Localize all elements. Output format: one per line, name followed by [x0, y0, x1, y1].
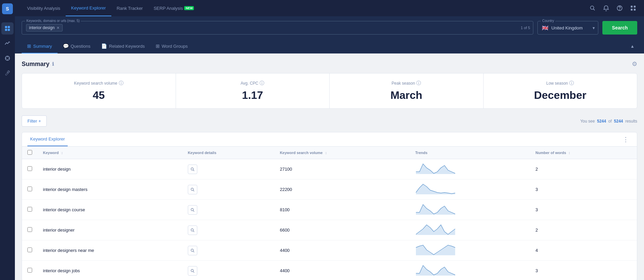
keyword-details-button[interactable] [188, 185, 197, 194]
search-volume-value: 4400 [280, 268, 290, 273]
country-label: Country [541, 19, 555, 23]
svg-point-12 [620, 9, 620, 10]
svg-point-9 [591, 6, 594, 9]
svg-rect-15 [631, 9, 632, 10]
trend-sparkline [415, 264, 456, 276]
topnav-visibility-analysis[interactable]: Visibility Analysis [22, 0, 66, 16]
summary-tab-icon: ⊞ [27, 43, 31, 49]
keyword-details-button[interactable] [188, 266, 197, 276]
tab-questions[interactable]: 💬 Questions [58, 39, 96, 53]
row-checkbox[interactable] [27, 268, 32, 273]
tab-summary[interactable]: ⊞ Summary [22, 39, 58, 53]
cpc-info-icon[interactable]: ⓘ [260, 80, 264, 86]
stat-peak-season: Peak season ⓘ March [330, 73, 484, 108]
keyword-table: Keyword ↕ Keyword details Keyword search… [22, 147, 637, 280]
peak-info-icon[interactable]: ⓘ [416, 80, 421, 86]
trend-sparkline [415, 244, 456, 256]
volume-sort-icon: ↕ [325, 151, 327, 155]
summary-info-icon[interactable]: ℹ [52, 61, 54, 67]
row-checkbox[interactable] [27, 187, 32, 191]
keyword-explorer-tab[interactable]: Keyword Explorer [27, 132, 68, 146]
word-count-value: 3 [535, 207, 538, 212]
bell-icon[interactable] [602, 4, 610, 12]
keyword-details-button[interactable] [188, 246, 197, 255]
questions-tab-icon: 💬 [63, 43, 69, 49]
tab-related-keywords[interactable]: 📄 Related Keywords [96, 39, 150, 53]
svg-rect-2 [5, 29, 7, 31]
keyword-input-box[interactable]: interior design × 1 of 5 [22, 21, 533, 35]
tab-word-groups[interactable]: ⊞ Word Groups [150, 39, 193, 53]
settings-icon[interactable]: ⚙ [632, 60, 637, 68]
svg-rect-0 [5, 26, 7, 28]
keyword-text: interior designer [43, 228, 74, 233]
row-checkbox[interactable] [27, 207, 32, 212]
word-count-value: 3 [535, 187, 538, 192]
table-row: interior design course8100 3 [22, 200, 637, 220]
row-checkbox[interactable] [27, 227, 32, 232]
keyword-tag-close[interactable]: × [57, 25, 59, 30]
table-more-options[interactable]: ⋮ [620, 133, 631, 146]
chevron-down-icon: ▾ [593, 25, 595, 30]
kw-volume-info-icon[interactable]: ⓘ [119, 80, 124, 86]
results-info: You see 5244 of 5244 results [580, 119, 637, 124]
kw-volume-value: 45 [30, 89, 168, 102]
stats-row: Keyword search volume ⓘ 45 Avg. CPC ⓘ 1.… [22, 73, 637, 109]
keyword-column-header[interactable]: Keyword ↕ [38, 147, 182, 159]
word-count-value: 2 [535, 228, 538, 233]
keyword-input-label: Keywords, domains or urls (max. 5) [25, 19, 81, 23]
row-checkbox[interactable] [27, 247, 32, 252]
topnav-rank-tracker[interactable]: Rank Tracker [111, 0, 148, 16]
filter-button[interactable]: Filter + [22, 115, 47, 127]
search-volume-value: 6600 [280, 228, 290, 233]
keyword-tag: interior design × [26, 24, 63, 31]
volume-column-header[interactable]: Keyword search volume ↕ [274, 147, 410, 159]
trends-column-header: Trends [410, 147, 530, 159]
table-tabs: Keyword Explorer ⋮ [22, 132, 637, 147]
trend-sparkline [415, 223, 456, 236]
select-all-header[interactable] [22, 147, 38, 159]
stat-avg-cpc: Avg. CPC ⓘ 1.17 [176, 73, 330, 108]
svg-marker-31 [416, 245, 455, 255]
help-icon[interactable] [616, 4, 624, 12]
main-wrapper: Visibility Analysis Keyword Explorer Ran… [15, 0, 644, 280]
sidebar-tool-icon[interactable] [1, 67, 14, 79]
trend-sparkline [415, 163, 456, 175]
keyword-details-button[interactable] [188, 225, 197, 235]
sidebar: S [0, 0, 15, 280]
grid-icon[interactable] [629, 4, 637, 12]
search-button[interactable]: Search [602, 21, 637, 35]
search-volume-value: 4400 [280, 248, 290, 253]
topnav-serp-analysis[interactable]: SERP Analysis NEW [148, 0, 199, 16]
keyword-details-button[interactable] [188, 165, 197, 174]
sidebar-home-icon[interactable] [1, 22, 14, 35]
country-select[interactable]: 🇬🇧 United Kingdom ▾ [537, 21, 598, 35]
topnav-items: Visibility Analysis Keyword Explorer Ran… [22, 0, 589, 16]
keyword-details-button[interactable] [188, 205, 197, 215]
svg-line-27 [193, 231, 194, 232]
svg-line-10 [593, 9, 595, 10]
words-sort-icon: ↕ [569, 151, 571, 155]
sidebar-plugin-icon[interactable] [1, 52, 14, 64]
collapse-button[interactable]: ▲ [627, 41, 637, 51]
search-volume-value: 22200 [280, 187, 292, 192]
table-body: interior design27100 2interior design ma… [22, 159, 637, 280]
topnav-keyword-explorer[interactable]: Keyword Explorer [66, 0, 111, 16]
words-column-header[interactable]: Number of words ↕ [530, 147, 637, 159]
tab-bar: ⊞ Summary 💬 Questions 📄 Related Keywords… [15, 39, 644, 53]
stat-low-season: Low season ⓘ December [484, 73, 637, 108]
sidebar-chart-icon[interactable] [1, 37, 14, 49]
sidebar-logo[interactable]: S [2, 3, 13, 14]
search-icon[interactable] [589, 4, 597, 12]
table-container: Keyword Explorer ⋮ Keyword ↕ Keyword [22, 132, 637, 280]
svg-rect-3 [8, 29, 10, 31]
keyword-text: interior design course [43, 207, 85, 212]
word-count-value: 2 [535, 167, 538, 172]
page-title: Summary [22, 61, 49, 68]
row-checkbox[interactable] [27, 166, 32, 171]
svg-rect-1 [8, 26, 10, 28]
select-all-checkbox[interactable] [27, 150, 32, 155]
summary-title-container: Summary ℹ [22, 61, 54, 68]
country-flag: 🇬🇧 [542, 25, 549, 31]
low-info-icon[interactable]: ⓘ [569, 80, 574, 86]
topnav: Visibility Analysis Keyword Explorer Ran… [15, 0, 644, 16]
